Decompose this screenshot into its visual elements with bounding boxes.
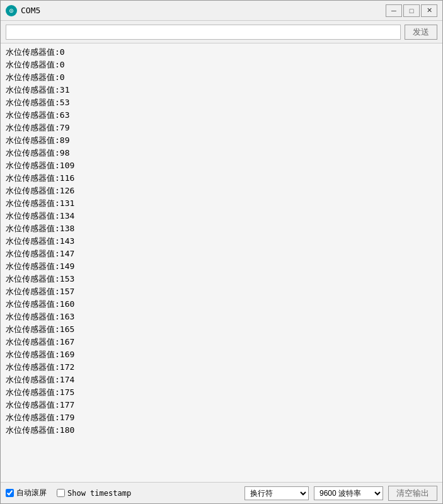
close-button[interactable]: ✕ [421, 4, 437, 17]
output-line: 水位传感器值:0 [6, 46, 437, 59]
line-ending-select[interactable]: 没有行结束符 换行符 回车 换行符和回车 [245, 486, 309, 500]
output-line: 水位传感器值:175 [6, 386, 437, 399]
output-line: 水位传感器值:0 [6, 71, 437, 84]
output-line: 水位传感器值:167 [6, 336, 437, 348]
output-line: 水位传感器值:63 [6, 109, 437, 122]
timestamp-input[interactable] [57, 489, 65, 497]
message-input[interactable] [6, 25, 401, 40]
output-line: 水位传感器值:160 [6, 298, 437, 311]
output-line: 水位传感器值:109 [6, 159, 437, 172]
clear-output-button[interactable]: 清空输出 [388, 486, 437, 501]
output-line: 水位传感器值:79 [6, 122, 437, 134]
output-line: 水位传感器值:0 [6, 59, 437, 71]
output-line: 水位传感器值:89 [6, 134, 437, 147]
output-line: 水位传感器值:153 [6, 273, 437, 285]
output-line: 水位传感器值:149 [6, 260, 437, 273]
title-bar: ◎ COM5 ─ □ ✕ [1, 1, 442, 21]
timestamp-checkbox[interactable]: Show timestamp [57, 489, 131, 498]
output-line: 水位传感器值:131 [6, 197, 437, 210]
auto-scroll-label: 自动滚屏 [16, 488, 47, 498]
output-line: 水位传感器值:180 [6, 424, 437, 437]
auto-scroll-checkbox[interactable]: 自动滚屏 [6, 488, 47, 498]
output-line: 水位传感器值:163 [6, 311, 437, 323]
output-line: 水位传感器值:53 [6, 96, 437, 109]
status-bar: 自动滚屏 Show timestamp 没有行结束符 换行符 回车 换行符和回车… [1, 482, 442, 503]
timestamp-label: Show timestamp [67, 489, 131, 498]
output-line: 水位传感器值:143 [6, 235, 437, 248]
minimize-button[interactable]: ─ [386, 4, 402, 17]
output-line: 水位传感器值:134 [6, 210, 437, 222]
window-title: COM5 [21, 6, 386, 15]
output-line: 水位传感器值:172 [6, 361, 437, 374]
toolbar: 发送 [1, 21, 442, 43]
output-line: 水位传感器值:177 [6, 399, 437, 411]
output-line: 水位传感器值:174 [6, 374, 437, 386]
output-line: 水位传感器值:138 [6, 222, 437, 235]
icon-symbol: ◎ [9, 7, 13, 14]
app-icon: ◎ [6, 5, 17, 16]
output-line: 水位传感器值:179 [6, 411, 437, 424]
send-button[interactable]: 发送 [405, 25, 437, 40]
output-line: 水位传感器值:165 [6, 323, 437, 336]
output-line: 水位传感器值:31 [6, 84, 437, 96]
output-line: 水位传感器值:147 [6, 248, 437, 260]
window-controls: ─ □ ✕ [386, 4, 437, 17]
output-line: 水位传感器值:157 [6, 285, 437, 298]
baud-rate-select[interactable]: 300 波特率 1200 波特率 2400 波特率 4800 波特率 9600 … [314, 486, 383, 500]
output-line: 水位传感器值:116 [6, 172, 437, 185]
output-area[interactable]: 水位传感器值:0水位传感器值:0水位传感器值:0水位传感器值:31水位传感器值:… [1, 43, 442, 482]
window: ◎ COM5 ─ □ ✕ 发送 水位传感器值:0水位传感器值:0水位传感器值:0… [0, 0, 443, 504]
auto-scroll-input[interactable] [6, 489, 14, 497]
maximize-button[interactable]: □ [403, 4, 420, 17]
output-line: 水位传感器值:126 [6, 185, 437, 197]
output-line: 水位传感器值:169 [6, 348, 437, 361]
output-line: 水位传感器值:98 [6, 147, 437, 159]
status-bar-right: 没有行结束符 换行符 回车 换行符和回车 300 波特率 1200 波特率 24… [245, 486, 437, 501]
